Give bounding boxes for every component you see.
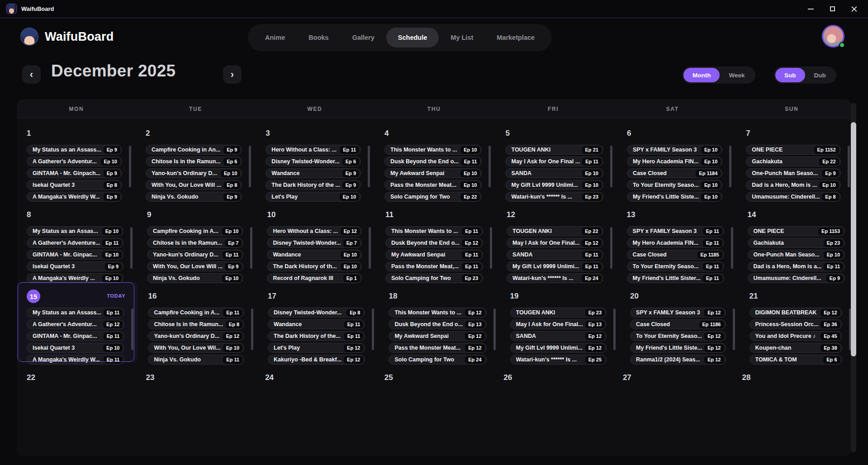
schedule-entry[interactable]: Chitose Is in the Ramun...Ep 7 [147, 238, 243, 248]
cell-scrollbar[interactable] [613, 308, 616, 350]
day-cell-18[interactable]: 18This Monster Wants to ...Ep 12Dusk Bey… [379, 281, 500, 363]
cell-scrollbar[interactable] [368, 146, 370, 187]
day-cell-16[interactable]: 16Campfire Cooking in A...Ep 11Chitose I… [138, 281, 258, 363]
cell-scrollbar[interactable] [731, 227, 733, 269]
day-cell-22[interactable]: 22 [17, 363, 136, 456]
schedule-entry[interactable]: Case ClosedEp 1186 [630, 319, 726, 329]
schedule-entry[interactable]: To Your Eternity Seaso...Ep 11 [627, 261, 724, 271]
cell-scrollbar[interactable] [251, 308, 253, 350]
schedule-entry[interactable]: WandanceEp 10 [267, 250, 362, 260]
cell-scrollbar[interactable] [610, 146, 612, 187]
toggle-sub[interactable]: Sub [775, 68, 805, 82]
schedule-entry[interactable]: Pass the Monster Meat,...Ep 11 [385, 261, 483, 271]
schedule-entry[interactable]: One-Punch Man Seaso...Ep 9 [746, 168, 840, 178]
schedule-entry[interactable]: GachiakutaEp 22 [746, 157, 840, 166]
day-cell-23[interactable]: 23 [136, 363, 256, 456]
close-button[interactable] [846, 3, 862, 15]
schedule-entry[interactable]: ONE PIECEEp 1152 [746, 145, 840, 155]
day-cell-9[interactable]: 9Campfire Cooking in A...Ep 10Chitose Is… [137, 200, 257, 281]
prev-month-button[interactable]: ‹ [22, 65, 41, 84]
schedule-entry[interactable]: SPY x FAMILY Season 3Ep 10 [627, 145, 722, 155]
minimize-button[interactable] [803, 3, 818, 15]
schedule-entry[interactable]: Case ClosedEp 1184 [627, 168, 722, 178]
toggle-dub[interactable]: Dub [805, 68, 835, 82]
schedule-entry[interactable]: To Your Eternity Seaso...Ep 10 [627, 180, 722, 190]
day-cell-7[interactable]: 7ONE PIECEEp 1152GachiakutaEp 22One-Punc… [736, 119, 851, 200]
day-cell-12[interactable]: 12TOUGEN ANKIEp 22May I Ask for One Fina… [497, 200, 617, 281]
schedule-entry[interactable]: My Status as an Assas...Ep 10 [27, 226, 123, 236]
schedule-entry[interactable]: A Gatherer's Adventure...Ep 11 [27, 238, 123, 248]
schedule-entry[interactable]: Disney Twisted-Wonder...Ep 7 [267, 238, 362, 248]
schedule-entry[interactable]: GINTAMA - Mr. Ginpac...Ep 10 [27, 250, 123, 260]
schedule-entry[interactable]: Dusk Beyond the End o...Ep 11 [384, 157, 482, 166]
schedule-entry[interactable]: SPY x FAMILY Season 3Ep 12 [630, 308, 726, 318]
cell-scrollbar[interactable] [129, 146, 131, 187]
schedule-entry[interactable]: GachiakutaEp 23 [748, 238, 845, 248]
schedule-entry[interactable]: Disney Twisted-Wonder...Ep 6 [266, 157, 361, 166]
day-cell-5[interactable]: 5TOUGEN ANKIEp 21May I Ask for One Final… [495, 119, 617, 200]
scrollbar-thumb[interactable] [851, 122, 856, 356]
schedule-entry[interactable]: My Gift Lvl 9999 Unlimi...Ep 12 [510, 343, 607, 353]
schedule-entry[interactable]: Chitose Is in the Ramun...Ep 8 [148, 319, 244, 329]
cell-scrollbar[interactable] [372, 308, 374, 350]
schedule-entry[interactable]: TOUGEN ANKIEp 21 [505, 145, 603, 155]
day-cell-3[interactable]: 3Hero Without a Class: ...Ep 11Disney Tw… [256, 119, 375, 200]
schedule-entry[interactable]: My Awkward SenpaiEp 10 [384, 168, 482, 178]
day-cell-15[interactable]: TODAY15My Status as an Assass...Ep 11A G… [17, 281, 138, 363]
cell-scrollbar[interactable] [848, 146, 850, 187]
cell-scrollbar[interactable] [250, 227, 252, 269]
schedule-entry[interactable]: WandanceEp 9 [266, 168, 361, 178]
schedule-entry[interactable]: Hero Without a Class: ...Ep 11 [266, 145, 361, 155]
schedule-entry[interactable]: To Your Eternity Seaso...Ep 12 [630, 331, 726, 341]
schedule-entry[interactable]: My Status as an Assass...Ep 11 [27, 308, 124, 318]
maximize-button[interactable] [825, 3, 840, 15]
schedule-entry[interactable]: My Hero Academia FIN...Ep 10 [627, 157, 722, 166]
schedule-entry[interactable]: SANDAEp 12 [510, 331, 607, 341]
cell-scrollbar[interactable] [369, 227, 371, 269]
schedule-entry[interactable]: My Friend's Little Siste...Ep 12 [630, 343, 726, 353]
schedule-entry[interactable]: Yano-kun's Ordinary D...Ep 12 [148, 331, 244, 341]
schedule-entry[interactable]: A Gatherer's Adventur...Ep 12 [27, 319, 124, 329]
schedule-entry[interactable]: GINTAMA - Mr. Ginpac...Ep 11 [27, 331, 124, 341]
schedule-entry[interactable]: Case ClosedEp 1185 [627, 250, 724, 260]
day-cell-19[interactable]: 19TOUGEN ANKIEp 23May I Ask for One Fina… [500, 281, 621, 363]
schedule-entry[interactable]: Yano-kun's Ordinary D...Ep 11 [147, 250, 243, 260]
day-cell-6[interactable]: 6SPY x FAMILY Season 3Ep 10My Hero Acade… [617, 119, 736, 200]
schedule-entry[interactable]: My Awkward SenpaiEp 12 [389, 331, 486, 341]
schedule-entry[interactable]: With You, Our Love Wil...Ep 10 [148, 343, 244, 353]
schedule-entry[interactable]: Isekai Quartet 3Ep 9 [27, 261, 123, 271]
schedule-entry[interactable]: The Dark History of the...Ep 11 [268, 331, 365, 341]
schedule-entry[interactable]: May I Ask for One Final ...Ep 11 [505, 157, 603, 166]
schedule-entry[interactable]: This Monster Wants to ...Ep 10 [384, 145, 482, 155]
schedule-entry[interactable]: SANDAEp 10 [505, 168, 603, 178]
schedule-entry[interactable]: DIGIMON BEATBREAKEp 12 [749, 308, 842, 318]
tab-anime[interactable]: Anime [253, 28, 297, 47]
day-cell-8[interactable]: 8My Status as an Assas...Ep 10A Gatherer… [17, 200, 137, 281]
schedule-entry[interactable]: GINTAMA - Mr. Ginpach...Ep 9 [27, 168, 122, 178]
schedule-entry[interactable]: Campfire Cooking in A...Ep 10 [147, 226, 243, 236]
schedule-entry[interactable]: Yano-kun's Ordinary D...Ep 10 [146, 168, 242, 178]
day-cell-27[interactable]: 27 [613, 363, 732, 456]
schedule-entry[interactable]: A Gatherer's Adventur...Ep 10 [27, 157, 122, 166]
tab-my-list[interactable]: My List [439, 28, 485, 47]
day-cell-4[interactable]: 4This Monster Wants to ...Ep 10Dusk Beyo… [375, 119, 495, 200]
schedule-entry[interactable]: My Gift Lvl 9999 Unlimi...Ep 11 [507, 261, 603, 271]
tab-books[interactable]: Books [297, 28, 340, 47]
day-cell-2[interactable]: 2Campfire Cooking in An...Ep 9Chitose Is… [136, 119, 256, 200]
cell-scrollbar[interactable] [729, 146, 731, 187]
schedule-entry[interactable]: Isekai Quartet 3Ep 10 [27, 343, 124, 353]
schedule-entry[interactable]: TOUGEN ANKIEp 22 [507, 226, 603, 236]
schedule-entry[interactable]: Campfire Cooking in An...Ep 9 [146, 145, 242, 155]
schedule-entry[interactable]: The Dark History of th...Ep 10 [267, 261, 362, 271]
toggle-week[interactable]: Week [720, 68, 754, 82]
cell-scrollbar[interactable] [131, 308, 133, 350]
schedule-entry[interactable]: This Monster Wants to ...Ep 12 [389, 308, 486, 318]
next-month-button[interactable]: › [223, 65, 242, 84]
schedule-entry[interactable]: My Status as an Assass...Ep 9 [27, 145, 122, 155]
day-cell-11[interactable]: 11This Monster Wants to ...Ep 11Dusk Bey… [375, 200, 497, 281]
day-cell-28[interactable]: 28 [732, 363, 851, 456]
schedule-entry[interactable]: ONE PIECEEp 1153 [748, 226, 845, 236]
day-cell-24[interactable]: 24 [255, 363, 375, 456]
day-cell-17[interactable]: 17Disney Twisted-Wonder...Ep 8WandanceEp… [258, 281, 379, 363]
day-cell-20[interactable]: 20SPY x FAMILY Season 3Ep 12Case ClosedE… [620, 281, 739, 363]
